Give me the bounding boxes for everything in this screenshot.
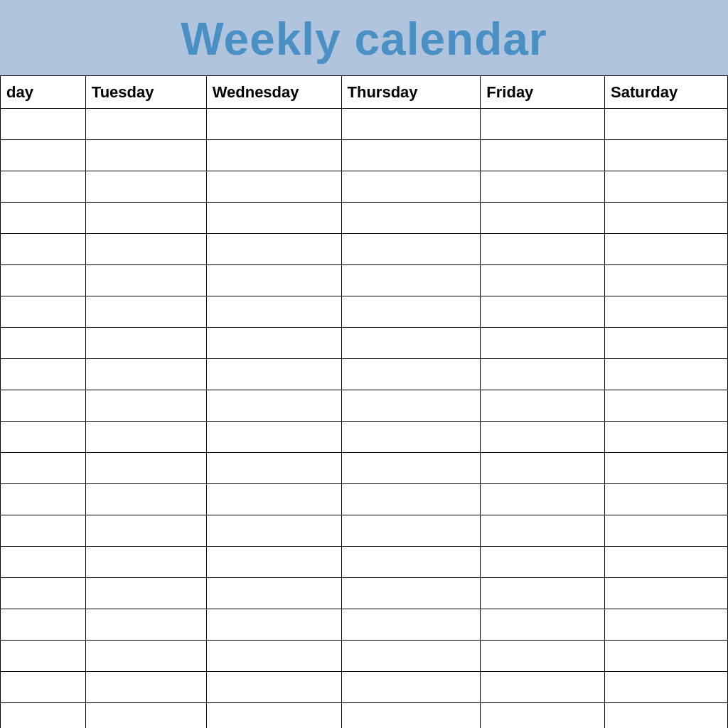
table-cell[interactable] [85, 672, 206, 703]
table-cell[interactable] [341, 296, 481, 328]
table-cell[interactable] [85, 422, 206, 453]
table-cell[interactable] [1, 140, 86, 171]
table-cell[interactable] [481, 203, 605, 234]
table-cell[interactable] [85, 547, 206, 578]
table-cell[interactable] [206, 515, 341, 547]
table-cell[interactable] [481, 672, 605, 703]
table-cell[interactable] [605, 203, 728, 234]
table-cell[interactable] [481, 296, 605, 328]
table-cell[interactable] [605, 171, 728, 203]
table-cell[interactable] [481, 453, 605, 484]
table-cell[interactable] [341, 234, 481, 265]
table-cell[interactable] [206, 171, 341, 203]
table-cell[interactable] [605, 641, 728, 672]
table-cell[interactable] [1, 609, 86, 641]
table-cell[interactable] [206, 390, 341, 422]
table-cell[interactable] [1, 547, 86, 578]
table-cell[interactable] [206, 109, 341, 140]
table-cell[interactable] [1, 203, 86, 234]
table-cell[interactable] [206, 296, 341, 328]
table-cell[interactable] [481, 140, 605, 171]
table-cell[interactable] [206, 328, 341, 359]
table-cell[interactable] [1, 484, 86, 515]
table-cell[interactable] [85, 390, 206, 422]
table-cell[interactable] [341, 422, 481, 453]
table-cell[interactable] [1, 359, 86, 390]
table-cell[interactable] [481, 609, 605, 641]
table-cell[interactable] [206, 547, 341, 578]
table-cell[interactable] [1, 171, 86, 203]
table-cell[interactable] [341, 453, 481, 484]
table-cell[interactable] [341, 171, 481, 203]
table-cell[interactable] [85, 296, 206, 328]
table-cell[interactable] [85, 265, 206, 296]
table-cell[interactable] [206, 422, 341, 453]
table-cell[interactable] [1, 265, 86, 296]
table-cell[interactable] [481, 171, 605, 203]
table-cell[interactable] [605, 484, 728, 515]
table-cell[interactable] [85, 453, 206, 484]
table-cell[interactable] [481, 390, 605, 422]
table-cell[interactable] [1, 578, 86, 609]
table-cell[interactable] [1, 641, 86, 672]
table-cell[interactable] [341, 703, 481, 729]
table-cell[interactable] [341, 140, 481, 171]
table-cell[interactable] [605, 578, 728, 609]
table-cell[interactable] [206, 609, 341, 641]
table-cell[interactable] [1, 234, 86, 265]
table-cell[interactable] [605, 234, 728, 265]
table-cell[interactable] [85, 703, 206, 729]
table-cell[interactable] [1, 453, 86, 484]
table-cell[interactable] [341, 515, 481, 547]
table-cell[interactable] [85, 515, 206, 547]
table-cell[interactable] [85, 234, 206, 265]
table-cell[interactable] [206, 234, 341, 265]
table-cell[interactable] [605, 140, 728, 171]
table-cell[interactable] [1, 703, 86, 729]
table-cell[interactable] [341, 109, 481, 140]
table-cell[interactable] [481, 703, 605, 729]
table-cell[interactable] [1, 422, 86, 453]
table-cell[interactable] [85, 484, 206, 515]
table-cell[interactable] [341, 203, 481, 234]
table-cell[interactable] [605, 609, 728, 641]
table-cell[interactable] [481, 422, 605, 453]
table-cell[interactable] [605, 547, 728, 578]
table-cell[interactable] [605, 422, 728, 453]
table-cell[interactable] [206, 484, 341, 515]
table-cell[interactable] [341, 359, 481, 390]
table-cell[interactable] [85, 578, 206, 609]
table-cell[interactable] [605, 296, 728, 328]
table-cell[interactable] [481, 547, 605, 578]
table-cell[interactable] [481, 484, 605, 515]
table-cell[interactable] [341, 578, 481, 609]
table-cell[interactable] [341, 328, 481, 359]
table-cell[interactable] [341, 484, 481, 515]
table-cell[interactable] [1, 328, 86, 359]
table-cell[interactable] [85, 171, 206, 203]
table-cell[interactable] [481, 641, 605, 672]
table-cell[interactable] [1, 672, 86, 703]
table-cell[interactable] [605, 390, 728, 422]
table-cell[interactable] [341, 672, 481, 703]
table-cell[interactable] [206, 359, 341, 390]
table-cell[interactable] [341, 547, 481, 578]
table-cell[interactable] [85, 109, 206, 140]
table-cell[interactable] [85, 203, 206, 234]
table-cell[interactable] [85, 641, 206, 672]
table-cell[interactable] [481, 234, 605, 265]
table-cell[interactable] [605, 328, 728, 359]
table-cell[interactable] [605, 359, 728, 390]
table-cell[interactable] [341, 641, 481, 672]
table-cell[interactable] [206, 641, 341, 672]
table-cell[interactable] [206, 672, 341, 703]
table-cell[interactable] [85, 328, 206, 359]
table-cell[interactable] [341, 390, 481, 422]
table-cell[interactable] [206, 140, 341, 171]
table-cell[interactable] [341, 609, 481, 641]
table-cell[interactable] [605, 453, 728, 484]
table-cell[interactable] [85, 140, 206, 171]
table-cell[interactable] [605, 109, 728, 140]
table-cell[interactable] [341, 265, 481, 296]
table-cell[interactable] [605, 265, 728, 296]
